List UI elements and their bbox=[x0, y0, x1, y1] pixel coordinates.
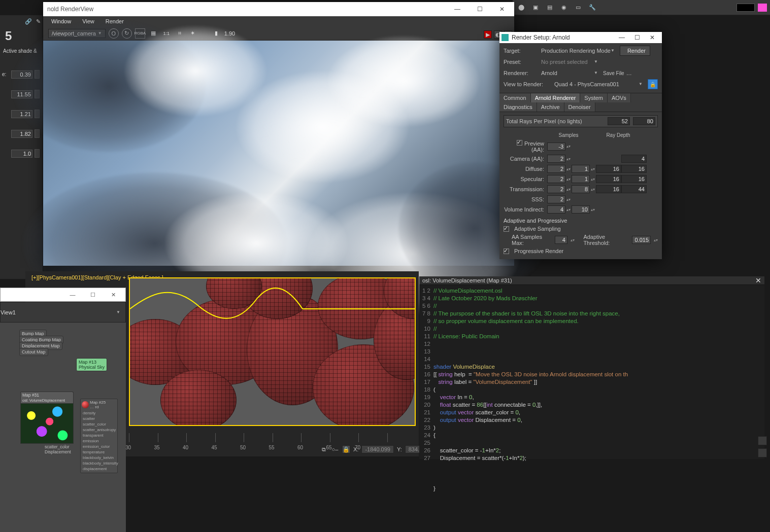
link-icon[interactable]: 🔗 bbox=[25, 18, 32, 25]
monitor-icon[interactable]: ▭ bbox=[573, 2, 584, 13]
layout-icon[interactable]: ▤ bbox=[544, 2, 555, 13]
record-icon[interactable]: ▶ bbox=[484, 30, 492, 39]
standard-volume-node[interactable]: Map #25 … rd densityscatterscatter_color… bbox=[80, 399, 118, 473]
material-param[interactable]: scatter bbox=[82, 416, 116, 421]
samples-input[interactable]: -3 bbox=[547, 143, 565, 151]
ruler-tick[interactable]: 30 bbox=[129, 433, 158, 442]
ruler-tick[interactable]: 50 bbox=[244, 433, 273, 442]
map-browser-titlebar[interactable]: — ☐ ✕ bbox=[0, 288, 126, 302]
material-param[interactable]: transparent bbox=[82, 433, 116, 438]
spinner-icon[interactable]: ▴▾ bbox=[565, 197, 572, 202]
pencil-icon[interactable]: ✎ bbox=[36, 18, 41, 25]
node-graph[interactable]: Bump MapCoating Bump MapDisplacement Map… bbox=[0, 323, 126, 532]
thresh-value[interactable]: 0.015 bbox=[632, 236, 651, 244]
wrench-icon[interactable]: 🔧 bbox=[587, 2, 598, 13]
spinner-icon[interactable]: ▴▾ bbox=[654, 238, 658, 242]
close-button[interactable]: ✕ bbox=[491, 3, 513, 16]
spinner-icon[interactable]: ▴▾ bbox=[565, 167, 572, 171]
material-param[interactable]: scatter_color bbox=[82, 421, 116, 427]
crop-icon[interactable]: ▣ bbox=[530, 2, 541, 13]
samples-input[interactable]: 2 bbox=[547, 195, 565, 203]
spinner-icon[interactable]: ▴▾ bbox=[565, 144, 572, 149]
spinner-icon[interactable]: ▴▾ bbox=[565, 157, 572, 161]
tab-diagnostics[interactable]: Diagnostics bbox=[499, 102, 537, 112]
material-param[interactable]: blackbody_kelvin bbox=[82, 455, 116, 460]
renderview-titlebar[interactable]: nold RenderView — ☐ ✕ bbox=[43, 2, 514, 16]
ruler-tick[interactable]: 55 bbox=[273, 433, 302, 442]
tab-aovs[interactable]: AOVs bbox=[608, 93, 631, 102]
menu-window[interactable]: Window bbox=[51, 18, 71, 24]
render-button[interactable]: Render bbox=[620, 46, 650, 56]
raydepth-input[interactable]: 10 bbox=[572, 205, 590, 214]
samples-input[interactable]: 2 bbox=[547, 165, 565, 173]
raydepth-input[interactable]: 1 bbox=[572, 165, 590, 173]
left-row-input[interactable] bbox=[11, 130, 32, 138]
tool-a[interactable] bbox=[758, 436, 767, 445]
ruler-tick[interactable]: 70 bbox=[358, 433, 387, 442]
spinner-icon[interactable]: ▴▾ bbox=[590, 167, 596, 171]
teapot-icon[interactable]: ⬤ bbox=[516, 2, 527, 13]
spinner-icon[interactable]: ▴▾ bbox=[565, 207, 572, 212]
tab-common[interactable]: Common bbox=[499, 93, 531, 102]
ruler-tick[interactable]: 75 bbox=[387, 433, 416, 442]
spinner-icon[interactable]: ▴▾ bbox=[571, 238, 575, 242]
raydepth-input[interactable]: 1 bbox=[572, 175, 590, 183]
code-area[interactable]: // VolumeDisplacement.osl // Late Octobe… bbox=[433, 287, 764, 492]
progressive-checkbox[interactable] bbox=[504, 249, 509, 254]
maximize-button[interactable]: ☐ bbox=[83, 289, 103, 300]
maximize-button[interactable]: ☐ bbox=[629, 33, 645, 42]
ruler-tick[interactable]: 40 bbox=[186, 433, 215, 442]
render-image[interactable] bbox=[43, 41, 514, 266]
lock-view-button[interactable]: 🔒 bbox=[648, 79, 658, 89]
save-file-label[interactable]: Save File bbox=[603, 70, 624, 76]
target-dropdown[interactable]: Production Rendering Mode▼ bbox=[539, 48, 617, 54]
ellipsis-icon[interactable]: … bbox=[626, 70, 632, 76]
osl-titlebar[interactable]: osl: VolumeDisplacement (Map #31) ✕ bbox=[419, 276, 764, 285]
close-button[interactable]: ✕ bbox=[645, 33, 660, 42]
render-setup-titlebar[interactable]: Render Setup: Arnold — ☐ ✕ bbox=[499, 32, 662, 43]
spinner-icon[interactable]: ▴▾ bbox=[565, 177, 572, 182]
material-param[interactable]: blackbody_intensity bbox=[82, 460, 116, 466]
samples-input[interactable]: 2 bbox=[547, 155, 565, 163]
material-param[interactable]: emission bbox=[82, 438, 116, 444]
material-param[interactable]: emission_color bbox=[82, 444, 116, 449]
key-icon[interactable]: ○– bbox=[331, 445, 339, 453]
material-param[interactable]: density bbox=[82, 410, 116, 416]
raydepth-input[interactable]: 8 bbox=[572, 185, 590, 193]
minimize-button[interactable]: — bbox=[446, 3, 468, 16]
x-value[interactable]: -1840.099 bbox=[361, 445, 394, 453]
mini-map-node[interactable]: Cutout Map bbox=[19, 348, 48, 356]
tool-b[interactable] bbox=[758, 448, 767, 457]
spinner-icon[interactable]: ▴▾ bbox=[590, 187, 596, 192]
tab-denoiser[interactable]: Denoiser bbox=[564, 102, 595, 112]
ruler-tick[interactable]: 45 bbox=[215, 433, 244, 442]
tab-arnold-renderer[interactable]: Arnold Renderer bbox=[531, 93, 581, 102]
ruler-tick[interactable]: 35 bbox=[158, 433, 187, 442]
spinner-icon[interactable]: ▴▾ bbox=[590, 177, 596, 182]
samples-input[interactable]: 2 bbox=[547, 175, 565, 183]
physical-sky-node[interactable]: Map #13 Physical Sky bbox=[76, 358, 107, 371]
preview-checkbox[interactable] bbox=[517, 140, 522, 146]
aa-max-value[interactable]: 4 bbox=[555, 236, 567, 244]
color-swatch-fg[interactable] bbox=[758, 4, 767, 12]
samples-input[interactable]: 4 bbox=[547, 205, 565, 214]
viewport-canvas[interactable] bbox=[129, 277, 416, 426]
sphere-icon[interactable]: ◉ bbox=[558, 2, 570, 13]
osl-noise-node[interactable]: Map #31 osl: VolumeDisplacement bbox=[20, 392, 74, 444]
material-param[interactable]: temperature bbox=[82, 449, 116, 455]
spinner-icon[interactable] bbox=[35, 149, 40, 158]
maximize-button[interactable]: ☐ bbox=[468, 3, 491, 16]
view1-tab[interactable]: View1 ▼ bbox=[0, 302, 126, 323]
close-button[interactable]: ✕ bbox=[103, 289, 123, 300]
material-param[interactable]: displacement bbox=[82, 466, 116, 472]
preset-dropdown[interactable]: No preset selected▼ bbox=[539, 59, 600, 65]
tab-archive[interactable]: Archive bbox=[537, 102, 564, 112]
tab-system[interactable]: System bbox=[580, 93, 608, 102]
color-swatch-bg[interactable] bbox=[736, 4, 755, 12]
lock-icon[interactable]: 🔒 bbox=[342, 445, 350, 453]
timeline-ruler[interactable]: 30354045505560657075 bbox=[129, 428, 416, 442]
ruler-tick[interactable]: 60 bbox=[301, 433, 330, 442]
adaptive-sampling-checkbox[interactable] bbox=[504, 226, 509, 232]
minimize-button[interactable]: — bbox=[614, 33, 629, 42]
view-dropdown[interactable]: Quad 4 - PhysCamera001▼ bbox=[552, 81, 645, 88]
